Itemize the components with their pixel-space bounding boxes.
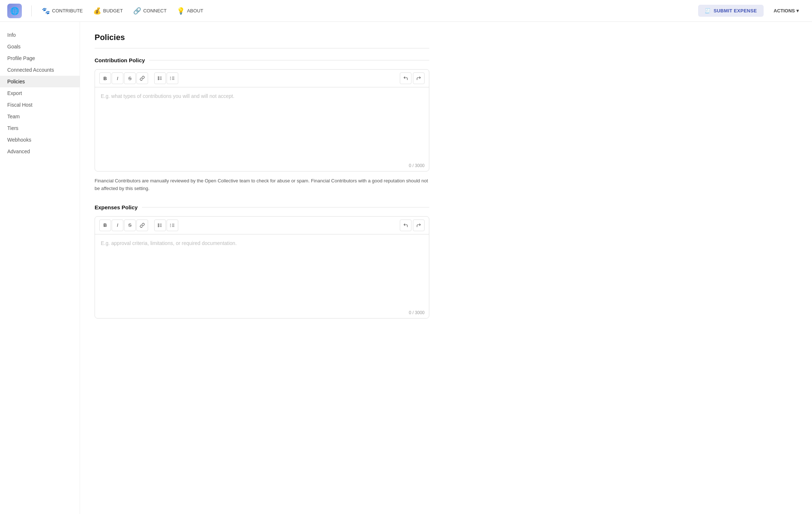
link-icon xyxy=(140,76,145,81)
contribution-counter: 0 / 3000 xyxy=(95,160,429,171)
expenses-policy-line xyxy=(142,207,429,207)
link-button[interactable] xyxy=(136,72,148,84)
contribution-policy-editor: B I S xyxy=(95,69,429,171)
undo-icon xyxy=(403,76,408,81)
main-content: Policies Contribution Policy B I S xyxy=(80,22,444,514)
sidebar-item-export[interactable]: Export xyxy=(0,87,80,99)
contribution-toolbar: B I S xyxy=(95,70,429,87)
sidebar-item-goals[interactable]: Goals xyxy=(0,41,80,52)
header-divider xyxy=(31,5,32,16)
expenses-ordered-list-icon: 1 2 3 xyxy=(170,223,175,228)
list-group: 1 2 3 xyxy=(154,72,178,84)
expenses-link-button[interactable] xyxy=(136,220,148,231)
ordered-list-icon: 1 2 3 xyxy=(170,76,175,81)
expenses-toolbar-sep xyxy=(151,222,151,229)
expenses-list-group: 1 2 3 xyxy=(154,220,178,231)
expenses-bold-button[interactable]: B xyxy=(99,220,111,231)
logo-area: 🌐 xyxy=(7,4,22,18)
connect-icon: 🔗 xyxy=(133,7,141,15)
submit-expense-icon: 🧾 xyxy=(705,8,710,13)
contribute-icon: 🐾 xyxy=(42,7,50,15)
contribution-editor-body[interactable]: E.g. what types of contributions you wil… xyxy=(95,87,429,160)
submit-expense-button[interactable]: 🧾 SUBMIT EXPENSE xyxy=(698,5,763,17)
bullet-list-button[interactable] xyxy=(154,72,166,84)
ordered-list-button[interactable]: 1 2 3 xyxy=(167,72,178,84)
main-nav: 🐾 CONTRIBUTE 💰 BUDGET 🔗 CONNECT 💡 ABOUT xyxy=(37,4,697,18)
header-actions: 🧾 SUBMIT EXPENSE ACTIONS ▾ xyxy=(698,5,805,17)
expenses-redo-icon xyxy=(416,223,421,228)
expenses-ordered-list-button[interactable]: 1 2 3 xyxy=(167,220,178,231)
page-layout: Info Goals Profile Page Connected Accoun… xyxy=(0,22,812,514)
sidebar-item-profile-page[interactable]: Profile Page xyxy=(0,52,80,64)
nav-about-label: ABOUT xyxy=(187,8,203,13)
nav-about[interactable]: 💡 ABOUT xyxy=(172,4,208,18)
header: 🌐 🐾 CONTRIBUTE 💰 BUDGET 🔗 CONNECT 💡 ABOU… xyxy=(0,0,812,22)
undo-button[interactable] xyxy=(400,72,411,84)
expenses-link-icon xyxy=(140,223,145,228)
sidebar-item-webhooks[interactable]: Webhooks xyxy=(0,134,80,146)
page-title: Policies xyxy=(95,33,429,42)
redo-icon xyxy=(416,76,421,81)
bold-button[interactable]: B xyxy=(99,72,111,84)
sidebar: Info Goals Profile Page Connected Accoun… xyxy=(0,22,80,514)
svg-point-4 xyxy=(158,78,159,79)
contribution-placeholder: E.g. what types of contributions you wil… xyxy=(101,93,234,99)
expenses-format-group: B I S xyxy=(99,220,148,231)
nav-connect[interactable]: 🔗 CONNECT xyxy=(129,4,171,18)
about-icon: 💡 xyxy=(177,7,185,15)
expenses-undo-redo-group xyxy=(400,220,425,231)
title-divider xyxy=(95,48,429,48)
actions-label: ACTIONS xyxy=(774,8,795,13)
undo-redo-group xyxy=(400,72,425,84)
expenses-counter: 0 / 3000 xyxy=(95,307,429,318)
expenses-bullet-list-icon xyxy=(158,223,163,228)
contribution-description: Financial Contributors are manually revi… xyxy=(95,177,429,193)
chevron-down-icon: ▾ xyxy=(796,8,799,13)
logo-avatar[interactable]: 🌐 xyxy=(7,4,22,18)
expenses-policy-section: Expenses Policy B I S xyxy=(95,204,429,319)
redo-button[interactable] xyxy=(413,72,425,84)
svg-text:3: 3 xyxy=(170,79,171,80)
svg-point-17 xyxy=(158,226,159,227)
format-group: B I S xyxy=(99,72,148,84)
sidebar-item-info[interactable]: Info xyxy=(0,29,80,41)
expenses-placeholder: E.g. approval criteria, limitations, or … xyxy=(101,240,237,246)
submit-expense-label: SUBMIT EXPENSE xyxy=(713,8,757,13)
sidebar-item-connected-accounts[interactable]: Connected Accounts xyxy=(0,64,80,76)
sidebar-item-team[interactable]: Team xyxy=(0,111,80,122)
svg-point-5 xyxy=(158,79,159,80)
expenses-policy-header: Expenses Policy xyxy=(95,204,429,210)
expenses-undo-icon xyxy=(403,223,408,228)
expenses-toolbar: B I S xyxy=(95,217,429,234)
sidebar-item-tiers[interactable]: Tiers xyxy=(0,122,80,134)
italic-button[interactable]: I xyxy=(112,72,123,84)
svg-point-15 xyxy=(158,224,159,224)
svg-text:3: 3 xyxy=(170,226,171,227)
expenses-redo-button[interactable] xyxy=(413,220,425,231)
expenses-bullet-list-button[interactable] xyxy=(154,220,166,231)
sidebar-item-fiscal-host[interactable]: Fiscal Host xyxy=(0,99,80,111)
nav-budget[interactable]: 💰 BUDGET xyxy=(89,4,127,18)
contribution-policy-title: Contribution Policy xyxy=(95,57,145,63)
strikethrough-button[interactable]: S xyxy=(124,72,136,84)
sidebar-item-advanced[interactable]: Advanced xyxy=(0,146,80,157)
contribution-policy-section: Contribution Policy B I S xyxy=(95,57,429,193)
budget-icon: 💰 xyxy=(93,7,101,15)
actions-button[interactable]: ACTIONS ▾ xyxy=(768,5,805,17)
expenses-editor-body[interactable]: E.g. approval criteria, limitations, or … xyxy=(95,234,429,307)
svg-point-16 xyxy=(158,225,159,226)
nav-contribute[interactable]: 🐾 CONTRIBUTE xyxy=(37,4,87,18)
svg-point-3 xyxy=(158,77,159,78)
toolbar-sep-1 xyxy=(151,75,151,82)
expenses-undo-button[interactable] xyxy=(400,220,411,231)
expenses-policy-title: Expenses Policy xyxy=(95,204,138,210)
expenses-policy-editor: B I S xyxy=(95,216,429,319)
expenses-italic-button[interactable]: I xyxy=(112,220,123,231)
sidebar-item-policies[interactable]: Policies xyxy=(0,76,80,87)
contribution-policy-line xyxy=(149,60,429,60)
contribution-policy-header: Contribution Policy xyxy=(95,57,429,63)
bullet-list-icon xyxy=(158,76,163,81)
expenses-strikethrough-button[interactable]: S xyxy=(124,220,136,231)
nav-budget-label: BUDGET xyxy=(103,8,123,13)
nav-connect-label: CONNECT xyxy=(143,8,167,13)
